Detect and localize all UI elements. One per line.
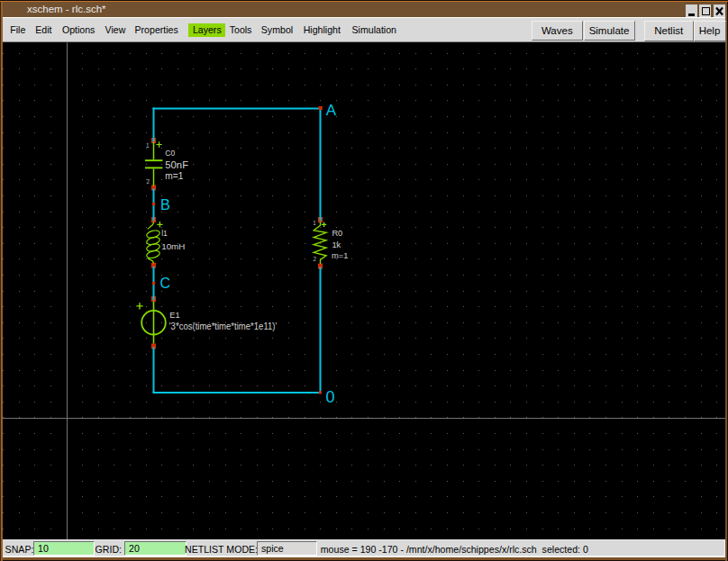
svg-text:2: 2 (314, 256, 317, 262)
svg-text:C: C (160, 276, 171, 291)
svg-text:0: 0 (326, 388, 335, 406)
svg-text:E1: E1 (169, 311, 179, 320)
svg-text:B: B (160, 196, 170, 213)
svg-text:l1: l1 (161, 229, 168, 238)
svg-text:50nF: 50nF (165, 159, 188, 170)
svg-text:R0: R0 (332, 229, 342, 238)
svg-text:m=1: m=1 (332, 251, 348, 260)
svg-text:C0: C0 (165, 149, 175, 158)
svg-text:1k: 1k (332, 240, 341, 249)
svg-text:10mH: 10mH (161, 241, 185, 251)
svg-text:2: 2 (147, 178, 150, 185)
svg-text:1: 1 (146, 142, 150, 149)
svg-text:A: A (326, 102, 337, 119)
svg-text:'3*cos(time*time*time*1e11)': '3*cos(time*time*time*1e11)' (169, 321, 278, 331)
svg-text:m=1: m=1 (165, 171, 183, 181)
svg-text:1: 1 (313, 220, 316, 226)
